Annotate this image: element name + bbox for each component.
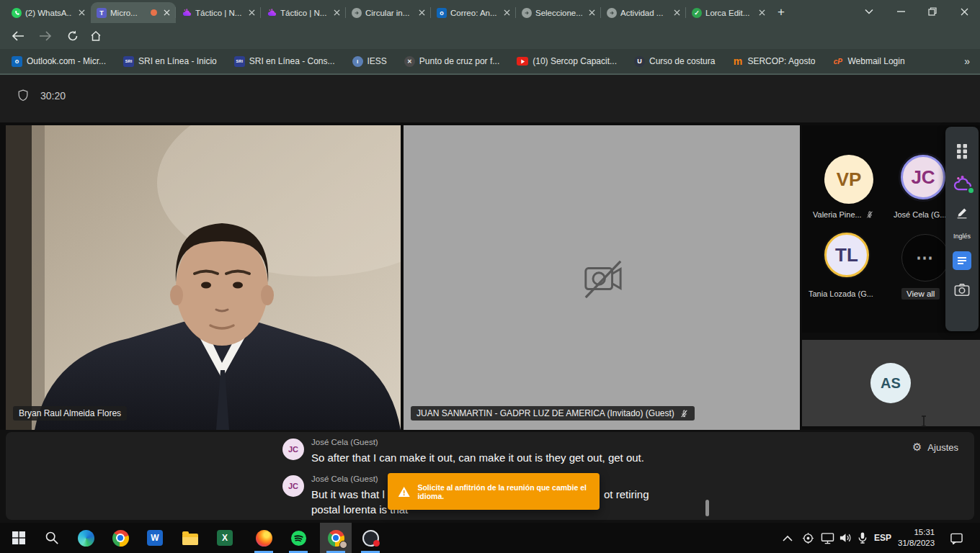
webcam-video: [6, 125, 401, 430]
tab-close-icon[interactable]: [416, 7, 427, 19]
tray-display-icon[interactable]: [821, 523, 834, 553]
tab-close-icon[interactable]: [76, 7, 87, 19]
tab-close-icon[interactable]: [501, 7, 512, 19]
firefox-icon[interactable]: [248, 523, 280, 553]
keyboard-language[interactable]: ESP: [874, 523, 891, 553]
gear-icon: ⚙: [912, 441, 922, 454]
spotify-icon[interactable]: [282, 523, 314, 553]
caption-language-label[interactable]: Inglés: [953, 233, 971, 240]
search-icon[interactable]: [36, 523, 68, 553]
caption-text: ot retiring: [604, 488, 649, 500]
bookmark-sercop-agosto[interactable]: mSERCOP: Agosto: [732, 56, 815, 67]
bookmark-iess[interactable]: iIESS: [352, 56, 387, 67]
participant-video-juan[interactable]: JUAN SANMARTIN - GADPR LUZ DE AMERICA (I…: [404, 125, 800, 430]
bookmark-sri-inicio[interactable]: SRISRI en Línea - Inicio: [123, 56, 217, 67]
tab-close-icon[interactable]: [161, 7, 172, 19]
tab-correo[interactable]: o Correo: An...: [431, 2, 516, 23]
bookmark-curso-costura[interactable]: UCurso de costura: [634, 56, 715, 67]
caption-avatar: JC: [282, 475, 304, 497]
moodle-icon: m: [732, 56, 743, 67]
participant-avatar-tl[interactable]: TL: [824, 233, 869, 277]
tray-mic-icon[interactable]: [858, 523, 868, 553]
tab-tactico-1[interactable]: Táctico | N...: [176, 2, 261, 23]
minimize-button[interactable]: [885, 0, 917, 23]
bookmark-outlook[interactable]: oOutlook.com - Micr...: [12, 56, 106, 67]
tab-close-icon[interactable]: [756, 7, 767, 19]
participant-video-bryan[interactable]: Bryan Raul Almeida Flores: [6, 125, 401, 430]
tray-volume-icon[interactable]: [839, 523, 852, 553]
recorder-app-icon[interactable]: [355, 523, 386, 553]
excel-icon[interactable]: X: [209, 523, 241, 553]
camera-disabled-icon: [580, 258, 625, 300]
chrome-icon[interactable]: [104, 523, 136, 553]
word-icon[interactable]: W: [139, 523, 171, 553]
participant-avatar-jc[interactable]: JC: [901, 155, 945, 199]
whatsapp-favicon: [12, 8, 22, 18]
tab-lorca[interactable]: ✓ Lorca Edit...: [686, 2, 771, 23]
bookmark-punto-de-cruz[interactable]: ✕Punto de cruz por f...: [404, 56, 499, 67]
captions-toggle-icon[interactable]: [953, 251, 971, 270]
meeting-timer: 30:20: [16, 88, 66, 104]
bookmark-sercop-youtube[interactable]: (10) Sercop Capacit...: [517, 56, 617, 66]
tab-tactico-2[interactable]: Táctico | N...: [261, 2, 346, 23]
tab-title: Circular in...: [365, 9, 412, 17]
meeting-stage: Bryan Raul Almeida Flores JUAN SANMARTIN…: [0, 122, 980, 430]
close-window-button[interactable]: [948, 0, 980, 23]
bookmark-webmail[interactable]: cPWebmail Login: [832, 56, 904, 67]
tab-title: (2) WhatsA...: [25, 9, 72, 17]
tray-recorder-icon[interactable]: [802, 523, 814, 553]
restore-button[interactable]: [917, 0, 948, 23]
profile-badge: [339, 541, 347, 549]
participant-label-jc: José Cela (G...: [894, 210, 946, 219]
tab-close-icon[interactable]: [671, 7, 682, 19]
home-icon[interactable]: [86, 27, 105, 45]
reload-button[interactable]: [63, 27, 82, 45]
tab-close-icon[interactable]: [586, 7, 597, 19]
bookmarks-bar: oOutlook.com - Micr... SRISRI en Línea -…: [0, 49, 980, 73]
captions-scrollbar-thumb[interactable]: [705, 500, 709, 516]
extension-side-panel: Inglés: [945, 127, 979, 331]
costura-icon: U: [634, 56, 645, 67]
tab-close-icon[interactable]: [331, 7, 342, 19]
forward-button[interactable]: [36, 27, 55, 45]
cpanel-icon: cP: [832, 56, 843, 67]
tab-circular[interactable]: Circular in...: [346, 2, 431, 23]
tactiq-cloud-icon[interactable]: [952, 174, 972, 192]
edge-icon[interactable]: [70, 523, 102, 553]
action-center-icon[interactable]: [950, 523, 963, 553]
clock-date[interactable]: 15:3131/8/2023: [898, 523, 935, 553]
mic-muted-icon: [865, 210, 874, 219]
participant-avatar-vp[interactable]: VP: [824, 155, 873, 204]
file-explorer-icon[interactable]: [174, 523, 206, 553]
tab-seleccione[interactable]: Seleccione...: [516, 2, 601, 23]
overflow-participant-tile[interactable]: AS: [802, 336, 980, 430]
back-button[interactable]: [9, 27, 27, 45]
screenshot-camera-icon[interactable]: [954, 283, 970, 297]
tab-title: Táctico | N...: [280, 9, 327, 17]
bookmarks-overflow-icon[interactable]: »: [964, 55, 970, 67]
tab-search-chevron-icon[interactable]: [853, 0, 885, 23]
tray-date: 31/8/2023: [898, 539, 935, 547]
start-button[interactable]: [3, 523, 35, 553]
tab-teams-active[interactable]: T Micro...: [91, 2, 176, 23]
tab-whatsapp[interactable]: (2) WhatsA...: [6, 2, 91, 23]
teams-favicon: T: [97, 8, 107, 18]
bookmark-sri-consultas[interactable]: SRISRI en Línea - Cons...: [234, 56, 335, 67]
apps-grid-icon[interactable]: [956, 143, 968, 160]
chrome-active-icon[interactable]: [320, 523, 352, 553]
tray-chevron-up-icon[interactable]: [783, 523, 793, 553]
new-tab-button[interactable]: +: [771, 2, 791, 22]
participant-avatar-as: AS: [870, 363, 911, 403]
site-favicon: [522, 8, 532, 18]
tab-title: Táctico | N...: [195, 9, 242, 17]
tab-close-icon[interactable]: [246, 7, 257, 19]
captions-settings-button[interactable]: ⚙ Ajustes: [912, 441, 958, 454]
caption-text: But it was that l: [311, 488, 385, 500]
participants-overflow-button[interactable]: ⋯: [901, 234, 949, 282]
tab-actividad[interactable]: Actividad ...: [601, 2, 686, 23]
highlighter-icon[interactable]: [954, 204, 970, 220]
tab-title: Actividad ...: [620, 9, 667, 17]
view-all-label[interactable]: View all: [901, 288, 940, 300]
outlook-icon: o: [12, 56, 22, 67]
participant-label-vp: Valeria Pine...: [813, 210, 874, 219]
